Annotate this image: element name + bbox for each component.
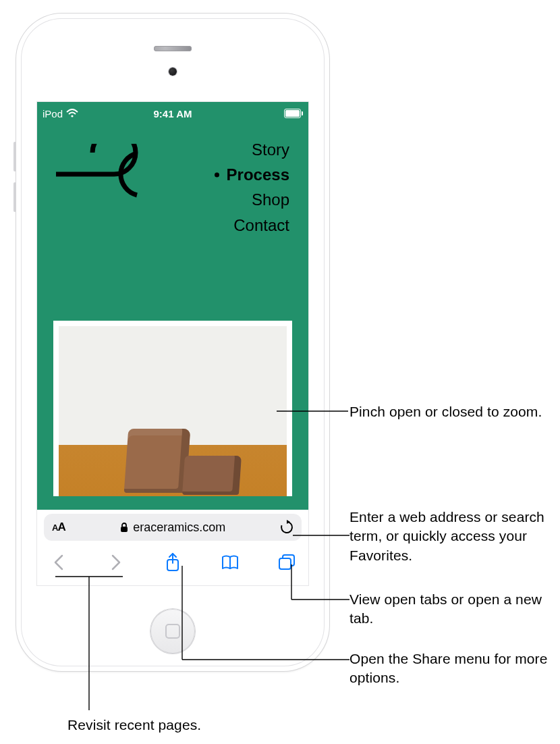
callout-tabs: View open tabs or open a new tab.	[349, 590, 552, 629]
callout-share: Open the Share menu for more options.	[349, 649, 552, 688]
callout-pinch: Pinch open or closed to zoom.	[349, 402, 552, 421]
screen: iPod 9:41 AM Story Process	[36, 101, 309, 586]
lock-icon	[119, 522, 129, 533]
callout-address: Enter a web address or search term, or q…	[349, 508, 552, 565]
volume-up-button	[13, 142, 16, 171]
wifi-icon	[66, 109, 78, 118]
nav-item-contact[interactable]: Contact	[227, 213, 289, 238]
share-icon	[165, 552, 181, 573]
site-logo-icon	[53, 144, 148, 205]
carrier-label: iPod	[43, 108, 63, 119]
svg-point-0	[71, 115, 73, 117]
nav-item-process[interactable]: Process	[227, 162, 289, 187]
back-button[interactable]	[45, 549, 72, 576]
callout-history: Revisit recent pages.	[67, 716, 201, 735]
site-nav: Story Process Shop Contact	[227, 137, 289, 238]
address-bar-wrap: AA eraceramics.com	[37, 510, 308, 546]
url-text: eraceramics.com	[133, 521, 225, 535]
forward-button[interactable]	[103, 549, 130, 576]
nav-item-story[interactable]: Story	[227, 137, 289, 162]
earpiece	[154, 46, 192, 51]
nav-item-shop[interactable]: Shop	[227, 187, 289, 212]
content-image-frame	[53, 321, 292, 496]
battery-icon	[284, 109, 303, 118]
content-image	[59, 326, 287, 496]
front-camera	[169, 68, 177, 76]
reload-icon[interactable]	[280, 520, 293, 535]
address-bar[interactable]: AA eraceramics.com	[44, 514, 302, 541]
volume-down-button	[13, 182, 16, 212]
svg-rect-2	[121, 527, 128, 532]
status-time: 9:41 AM	[154, 108, 192, 119]
text-size-button[interactable]: AA	[52, 521, 65, 534]
status-bar: iPod 9:41 AM	[37, 102, 308, 125]
webpage-content[interactable]: Story Process Shop Contact	[37, 125, 308, 510]
